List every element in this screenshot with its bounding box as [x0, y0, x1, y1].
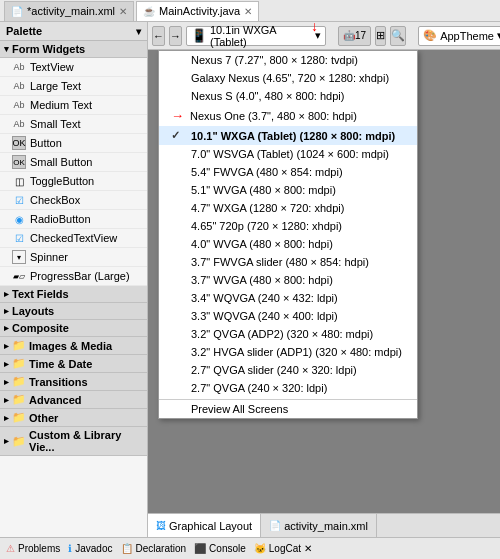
toggle-icon: ◫	[12, 174, 26, 188]
section-transitions[interactable]: ▸ 📁 Transitions	[0, 373, 147, 391]
section-icon-transitions: 📁	[12, 375, 26, 388]
tab-graphical-layout[interactable]: 🖼 Graphical Layout	[148, 514, 261, 537]
checked-text-icon: ☑	[12, 231, 26, 245]
device-option-preview-all[interactable]: Preview All Screens	[159, 399, 417, 418]
status-problems[interactable]: ⚠ Problems	[6, 543, 60, 554]
device-option-nexus-one[interactable]: → Nexus One (3.7", 480 × 800: hdpi)	[159, 105, 417, 126]
small-text-label: Small Text	[30, 118, 81, 130]
section-images-media[interactable]: ▸ 📁 Images & Media	[0, 337, 147, 355]
zoom-btn[interactable]: 🔍	[390, 26, 406, 46]
section-composite[interactable]: ▸ Composite	[0, 320, 147, 337]
device-option-hvga-adp1[interactable]: 3.2" HVGA slider (ADP1) (320 × 480: mdpi…	[159, 343, 417, 361]
item-checked-text-view[interactable]: ☑ CheckedTextView	[0, 229, 147, 248]
status-logcat[interactable]: 🐱 LogCat ✕	[254, 543, 312, 554]
device-option-fwvga-54[interactable]: 5.4" FWVGA (480 × 854: mdpi)	[159, 163, 417, 181]
section-label-custom: Custom & Library Vie...	[29, 429, 143, 453]
item-large-text[interactable]: Ab Large Text	[0, 77, 147, 96]
theme-dropdown[interactable]: 🎨 AppTheme ▾	[418, 26, 500, 46]
android-icon: 🤖	[343, 30, 355, 41]
tab-xml[interactable]: 📄 activity_main.xml	[261, 514, 377, 537]
section-form-widgets[interactable]: ▾ Form Widgets	[0, 41, 147, 58]
device-option-nexus-s[interactable]: Nexus S (4.0", 480 × 800: hdpi)	[159, 87, 417, 105]
galaxy-label: Galaxy Nexus (4.65", 720 × 1280: xhdpi)	[191, 72, 389, 84]
section-label-composite: Composite	[12, 322, 69, 334]
section-custom-library[interactable]: ▸ 📁 Custom & Library Vie...	[0, 427, 147, 456]
27slider-label: 2.7" QVGA slider (240 × 320: ldpi)	[191, 364, 357, 376]
check-tablet-10: ✓	[171, 129, 185, 142]
status-declaration[interactable]: 📋 Declaration	[121, 543, 187, 554]
tab-activity-xml[interactable]: 📄 *activity_main.xml ✕	[4, 1, 134, 21]
status-console[interactable]: ⬛ Console	[194, 543, 246, 554]
tab-close-java[interactable]: ✕	[244, 6, 252, 17]
section-text-fields[interactable]: ▸ Text Fields	[0, 286, 147, 303]
tab-label-java: MainActivity.java	[159, 5, 240, 17]
tablet-icon: 📱	[191, 28, 207, 43]
tab-java[interactable]: ☕ MainActivity.java ✕	[136, 1, 259, 21]
spinner-icon: ▾	[12, 250, 26, 264]
section-layouts[interactable]: ▸ Layouts	[0, 303, 147, 320]
adp2-label: 3.2" QVGA (ADP2) (320 × 480: mdpi)	[191, 328, 373, 340]
item-button[interactable]: OK Button	[0, 134, 147, 153]
device-option-nexus7[interactable]: Nexus 7 (7.27", 800 × 1280: tvdpi)	[159, 51, 417, 69]
device-option-qvga-27-slider[interactable]: 2.7" QVGA slider (240 × 320: ldpi)	[159, 361, 417, 379]
item-radio-button[interactable]: ◉ RadioButton	[0, 210, 147, 229]
section-icon-images: 📁	[12, 339, 26, 352]
palette-collapse-arrow[interactable]: ▾	[136, 26, 141, 37]
forward-button[interactable]: →	[169, 26, 182, 46]
layout-toggle-btn[interactable]: ⊞	[375, 26, 386, 46]
item-progress-bar[interactable]: ▰▱ ProgressBar (Large)	[0, 267, 147, 286]
declaration-icon: 📋	[121, 543, 133, 554]
device-label: 10.1in WXGA (Tablet)	[210, 24, 312, 48]
device-option-wvga-37[interactable]: 3.7" WVGA (480 × 800: hdpi)	[159, 271, 417, 289]
device-option-wvga-40[interactable]: 4.0" WVGA (480 × 800: hdpi)	[159, 235, 417, 253]
section-icon-advanced: 📁	[12, 393, 26, 406]
wxga-47-label: 4.7" WXGA (1280 × 720: xhdpi)	[191, 202, 344, 214]
theme-label: AppTheme	[440, 30, 494, 42]
logcat-close[interactable]: ✕	[304, 543, 312, 554]
logcat-icon: 🐱	[254, 543, 266, 554]
textview-icon: Ab	[12, 60, 26, 74]
section-arrow-form: ▾	[4, 44, 9, 54]
graphical-layout-label: Graphical Layout	[169, 520, 252, 532]
device-option-qvga-27[interactable]: 2.7" QVGA (240 × 320: ldpi)	[159, 379, 417, 397]
tab-close-xml[interactable]: ✕	[119, 6, 127, 17]
console-label: Console	[209, 543, 246, 554]
item-spinner[interactable]: ▾ Spinner	[0, 248, 147, 267]
spinner-label: Spinner	[30, 251, 68, 263]
device-option-tablet-7[interactable]: 7.0" WSVGA (Tablet) (1024 × 600: mdpi)	[159, 145, 417, 163]
device-option-fwvga-37[interactable]: 3.7" FWVGA slider (480 × 854: hdpi)	[159, 253, 417, 271]
item-small-text[interactable]: Ab Small Text	[0, 115, 147, 134]
device-option-wxga-47[interactable]: 4.7" WXGA (1280 × 720: xhdpi)	[159, 199, 417, 217]
wqvga-33-label: 3.3" WQVGA (240 × 400: ldpi)	[191, 310, 338, 322]
device-dropdown[interactable]: 📱 10.1in WXGA (Tablet) ▾	[186, 26, 326, 46]
section-label-time: Time & Date	[29, 358, 92, 370]
section-label-other: Other	[29, 412, 58, 424]
medium-text-label: Medium Text	[30, 99, 92, 111]
item-checkbox[interactable]: ☑ CheckBox	[0, 191, 147, 210]
section-arrow-images: ▸	[4, 341, 9, 351]
device-option-galaxy-nexus[interactable]: Galaxy Nexus (4.65", 720 × 1280: xhdpi)	[159, 69, 417, 87]
device-option-wvga-51[interactable]: 5.1" WVGA (480 × 800: mdpi)	[159, 181, 417, 199]
item-textview[interactable]: Ab TextView	[0, 58, 147, 77]
item-medium-text[interactable]: Ab Medium Text	[0, 96, 147, 115]
section-arrow-composite: ▸	[4, 323, 9, 333]
device-option-720p-465[interactable]: 4.65" 720p (720 × 1280: xhdpi)	[159, 217, 417, 235]
section-other[interactable]: ▸ 📁 Other	[0, 409, 147, 427]
item-toggle-button[interactable]: ◫ ToggleButton	[0, 172, 147, 191]
device-option-wqvga-33[interactable]: 3.3" WQVGA (240 × 400: ldpi)	[159, 307, 417, 325]
item-small-button[interactable]: OK Small Button	[0, 153, 147, 172]
javadoc-icon: ℹ	[68, 543, 72, 554]
section-arrow-other: ▸	[4, 413, 9, 423]
canvas-container: Nexus 7 (7.27", 800 × 1280: tvdpi) Galax…	[148, 50, 500, 513]
device-option-qvga-adp2[interactable]: 3.2" QVGA (ADP2) (320 × 480: mdpi)	[159, 325, 417, 343]
section-advanced[interactable]: ▸ 📁 Advanced	[0, 391, 147, 409]
red-arrow-indicator: ↓	[311, 22, 318, 34]
section-time-date[interactable]: ▸ 📁 Time & Date	[0, 355, 147, 373]
section-label-images: Images & Media	[29, 340, 112, 352]
back-button[interactable]: ←	[152, 26, 165, 46]
status-javadoc[interactable]: ℹ Javadoc	[68, 543, 112, 554]
progress-label: ProgressBar (Large)	[30, 270, 130, 282]
device-option-tablet-10[interactable]: ✓ 10.1" WXGA (Tablet) (1280 × 800: mdpi)	[159, 126, 417, 145]
android-version-btn[interactable]: 🤖 17	[338, 26, 371, 46]
device-option-wqvga-34[interactable]: 3.4" WQVGA (240 × 432: ldpi)	[159, 289, 417, 307]
